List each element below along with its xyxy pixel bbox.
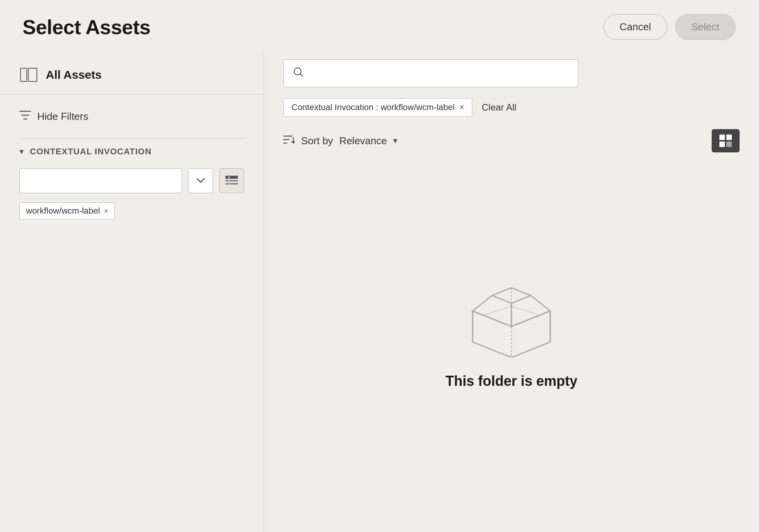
svg-rect-6 xyxy=(228,181,230,181)
empty-state: This folder is empty xyxy=(283,168,740,524)
sidebar-panel-icon xyxy=(19,67,38,83)
top-divider xyxy=(0,94,263,95)
filter-tag-close-button[interactable]: × xyxy=(459,102,464,112)
dropdown-row xyxy=(19,168,244,193)
list-view-button[interactable] xyxy=(219,168,244,193)
view-toggle-button[interactable] xyxy=(712,129,740,152)
svg-rect-3 xyxy=(225,180,238,181)
hide-filters-row[interactable]: Hide Filters xyxy=(0,102,263,131)
svg-rect-4 xyxy=(225,183,238,185)
contextual-invocation-input[interactable] xyxy=(19,168,182,193)
tag-close-button[interactable]: × xyxy=(104,207,109,215)
filter-icon xyxy=(19,110,31,123)
grid-view-icon xyxy=(719,134,733,148)
header: Select Assets Cancel Select xyxy=(0,0,759,52)
tag-value: workflow/wcm-label xyxy=(26,206,100,216)
sort-by-label: Sort by xyxy=(301,135,333,147)
filter-tag: Contextual Invocation : workflow/wcm-lab… xyxy=(283,98,472,117)
page-container: Select Assets Cancel Select All Assets xyxy=(0,0,759,532)
svg-rect-9 xyxy=(719,135,725,140)
svg-rect-10 xyxy=(726,135,732,140)
section-title: CONTEXTUAL INVOCATION xyxy=(30,147,152,157)
svg-rect-7 xyxy=(228,184,230,185)
contextual-invocation-tag: workflow/wcm-label × xyxy=(19,202,115,219)
section-header: ▾ CONTEXTUAL INVOCATION xyxy=(19,147,244,157)
cancel-button[interactable]: Cancel xyxy=(603,14,667,40)
svg-rect-11 xyxy=(719,142,725,147)
svg-rect-0 xyxy=(21,68,27,81)
search-icon xyxy=(293,67,304,80)
dropdown-chevron-icon xyxy=(196,178,205,183)
hide-filters-label: Hide Filters xyxy=(37,111,88,123)
chevron-down-icon[interactable]: ▾ xyxy=(19,147,24,157)
main-layout: All Assets Hide Filters ▾ CONTEXTUAL INV… xyxy=(0,52,759,532)
list-icon xyxy=(225,175,238,186)
page-title: Select Assets xyxy=(23,16,151,39)
filter-tags-row: Contextual Invocation : workflow/wcm-lab… xyxy=(283,98,740,117)
search-bar xyxy=(283,59,740,87)
empty-message: This folder is empty xyxy=(445,373,577,389)
section-divider xyxy=(19,138,244,139)
sidebar: All Assets Hide Filters ▾ CONTEXTUAL INV… xyxy=(0,52,264,532)
content-area: Contextual Invocation : workflow/wcm-lab… xyxy=(264,52,759,532)
empty-box-illustration xyxy=(457,264,566,358)
svg-rect-2 xyxy=(225,176,238,179)
sort-icon xyxy=(283,135,295,147)
sort-value[interactable]: Relevance xyxy=(339,135,387,147)
filter-tag-label: Contextual Invocation : workflow/wcm-lab… xyxy=(291,102,455,112)
all-assets-row[interactable]: All Assets xyxy=(0,59,263,94)
clear-all-button[interactable]: Clear All xyxy=(482,102,516,113)
sort-row: Sort by Relevance ▾ xyxy=(283,129,740,152)
tag-row: workflow/wcm-label × xyxy=(19,202,244,219)
sort-left: Sort by Relevance ▾ xyxy=(283,135,397,147)
select-button[interactable]: Select xyxy=(675,14,736,40)
sidebar-icon-svg xyxy=(20,68,37,82)
sort-chevron-icon[interactable]: ▾ xyxy=(393,136,397,146)
search-input-wrapper xyxy=(283,59,578,87)
svg-rect-5 xyxy=(228,176,230,178)
svg-rect-1 xyxy=(28,68,37,81)
all-assets-label: All Assets xyxy=(46,68,102,81)
contextual-invocation-section: ▾ CONTEXTUAL INVOCATION xyxy=(0,147,263,219)
dropdown-arrow-button[interactable] xyxy=(188,168,213,193)
header-buttons: Cancel Select xyxy=(603,14,736,40)
search-input[interactable] xyxy=(310,67,568,79)
